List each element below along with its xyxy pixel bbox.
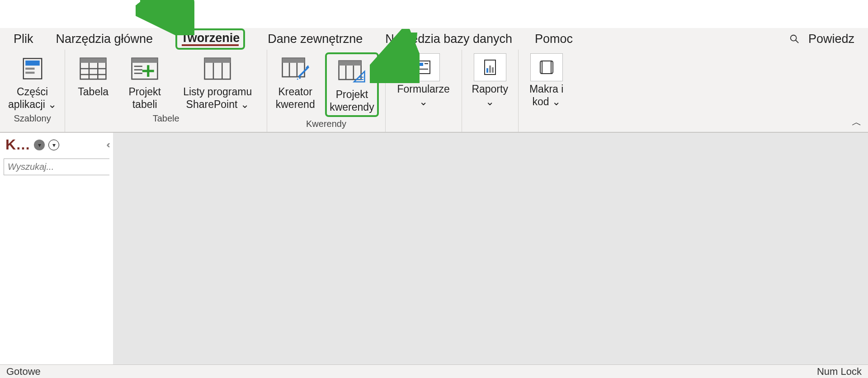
svg-rect-5 <box>25 72 34 74</box>
group-label-templates: Szablony <box>14 112 51 126</box>
group-label-tables: Tabele <box>153 112 179 126</box>
svg-point-0 <box>791 35 797 41</box>
tab-home[interactable]: Narzędzia główne <box>56 32 153 46</box>
tab-external-data[interactable]: Dane zewnętrzne <box>268 32 363 46</box>
svg-rect-41 <box>489 65 491 73</box>
status-text: Gotowe <box>6 366 41 378</box>
sharepoint-lists-button[interactable]: Listy programu SharePoint ⌄ <box>175 52 260 112</box>
document-area <box>113 133 868 364</box>
svg-rect-36 <box>419 63 423 66</box>
ribbon: Części aplikacji ⌄ Szablony <box>0 50 868 133</box>
group-label-queries: Kwerendy <box>306 117 346 131</box>
reports-button[interactable]: Raporty ⌄ <box>468 52 512 109</box>
svg-line-1 <box>796 40 798 43</box>
macro-icon <box>538 58 556 76</box>
status-numlock: Num Lock <box>817 366 862 378</box>
svg-rect-42 <box>492 67 494 73</box>
nav-collapse-icon[interactable]: ‹‹ <box>106 139 108 151</box>
ribbon-tabs: Plik Narzędzia główne Tworzenie Dane zew… <box>0 28 868 50</box>
tab-create[interactable]: Tworzenie <box>175 28 245 50</box>
svg-rect-4 <box>25 68 34 70</box>
svg-rect-7 <box>80 58 106 63</box>
svg-rect-40 <box>486 68 488 73</box>
app-parts-icon <box>20 56 45 81</box>
query-design-icon <box>338 60 366 83</box>
query-wizard-button[interactable]: Kreator kwerend <box>274 52 317 112</box>
navigation-pane: K… ▾ ▾ ‹‹ <box>0 133 113 364</box>
forms-button[interactable]: Formularze ⌄ <box>392 52 455 109</box>
sharepoint-icon <box>203 57 231 80</box>
nav-search-input[interactable] <box>4 159 127 175</box>
tab-help[interactable]: Pomoc <box>535 32 573 46</box>
form-icon <box>415 58 433 76</box>
nav-pane-title: K… <box>5 136 30 153</box>
nav-filter-dropdown[interactable]: ▾ <box>48 140 59 150</box>
svg-rect-24 <box>283 58 305 63</box>
report-icon <box>481 58 499 76</box>
collapse-ribbon-icon[interactable]: ︿ <box>852 116 862 129</box>
table-button[interactable]: Tabela <box>71 52 115 99</box>
tell-me[interactable]: Powiedz <box>808 32 854 46</box>
search-icon <box>789 34 799 44</box>
svg-rect-30 <box>339 61 361 65</box>
query-design-button[interactable]: Projekt kwerendy <box>325 52 378 117</box>
svg-rect-13 <box>132 58 158 63</box>
application-parts-button[interactable]: Części aplikacji ⌄ <box>6 52 58 112</box>
table-icon <box>79 57 107 80</box>
query-wizard-icon <box>281 57 309 80</box>
table-design-icon <box>131 57 159 80</box>
macros-button[interactable]: Makra i kod ⌄ <box>525 52 568 109</box>
svg-point-28 <box>297 79 298 80</box>
status-bar: Gotowe Num Lock <box>0 364 868 378</box>
table-design-button[interactable]: Projekt tabeli <box>123 52 166 112</box>
tab-file[interactable]: Plik <box>14 32 33 46</box>
svg-rect-3 <box>25 61 40 65</box>
svg-rect-20 <box>205 58 231 63</box>
tab-database-tools[interactable]: Narzędzia bazy danych <box>385 32 512 46</box>
nav-category-dropdown[interactable]: ▾ <box>34 140 45 150</box>
svg-point-27 <box>299 77 301 79</box>
